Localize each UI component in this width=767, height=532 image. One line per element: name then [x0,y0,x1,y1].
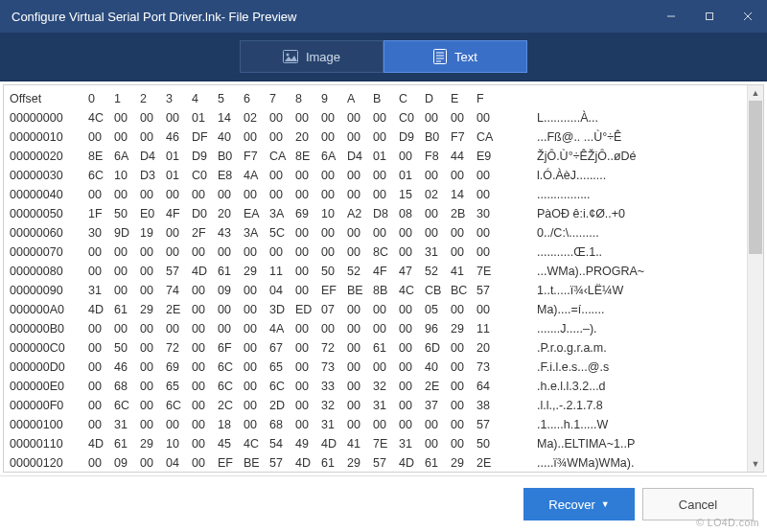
hex-row: 000000C000500072006F006700720061006D0020… [10,338,763,358]
hex-cell: 5 [218,89,244,108]
hex-cell: 00 [399,377,425,396]
hex-cell: 00 [373,108,399,127]
tab-text[interactable]: Text [384,40,527,73]
hex-cell: D [425,89,451,108]
hex-cell: 00 [140,319,166,338]
hex-cell: F7 [451,127,476,147]
hex-cell: 00 [347,319,373,338]
ascii-cell: ŽjÔ.Ù°÷ÊŽjÔ..øDé [508,147,637,166]
hex-cell: 09 [218,281,244,300]
scroll-thumb[interactable] [749,101,762,254]
hex-cell: 00 [476,108,502,127]
hex-cells: 00000000000000000000000015021400 [88,185,508,204]
hex-cell: 57 [166,262,192,281]
close-button[interactable] [729,0,767,33]
hex-cell: D9 [399,127,425,147]
hex-cell: 00 [140,262,166,281]
recover-label: Recover [548,497,594,512]
hex-cell: 29 [140,300,166,319]
hex-cell: 20 [295,127,321,147]
hex-row: 000000F0006C006C002C002D0032003100370038… [10,396,763,415]
hex-row: 000000A04D61292E0000003DED07000000050000… [10,300,763,319]
ascii-cell: .1.....h.1.....W [508,415,608,434]
hex-cell: D4 [347,147,373,166]
hex-cell: 00 [373,300,399,319]
hex-cell: 0 [88,89,114,108]
hex-cell: 00 [88,415,114,434]
hex-row: 0000007000000000000000000000008C00310000… [10,243,763,262]
hex-cells: 00680065006C006C00330032002E0064 [88,377,508,396]
hex-cell: 00 [88,127,114,147]
scroll-down-arrow[interactable]: ▼ [748,456,763,472]
hex-cells: 00500072006F006700720061006D0020 [88,338,508,358]
hex-cell: A2 [347,204,373,223]
hex-cell: 00 [321,243,347,262]
ascii-cell: .l.l.,.-.2.1.7.8 [508,396,603,415]
hex-cell: 00 [192,377,218,396]
hex-cell: 00 [114,281,140,300]
hex-cell: 00 [218,300,244,319]
hex-cell: F [476,89,502,108]
hex-cell: 00 [295,108,321,127]
ascii-cell: .F.i.l.e.s...@.s [508,358,609,377]
hex-cell: 00 [269,185,295,204]
maximize-button[interactable] [690,0,729,33]
minimize-button[interactable] [652,0,690,33]
ascii-cell: ...Fß@.. ...Ù°÷Ê [508,127,621,147]
hex-cell: 00 [192,281,218,300]
hex-cell: 6F [218,338,244,358]
hex-row: 0000010000310000001800680031000000000057… [10,415,763,434]
hex-cell: 00 [218,319,244,338]
offset-cell: 00000100 [10,415,88,434]
hex-cell: C0 [192,166,218,185]
hex-header-row: Offset0123456789ABCDEF [10,89,763,108]
hex-cell: 3A [269,204,295,223]
hex-row: 0000004000000000000000000000000015021400… [10,185,763,204]
titlebar[interactable]: Configure Virtual Serial Port Driver.lnk… [0,0,767,33]
hex-cell: 00 [244,127,269,147]
hex-cell: 00 [88,262,114,281]
hex-cell: 00 [451,338,476,358]
hex-cell: 00 [451,243,476,262]
hex-cell: 4C [399,281,425,300]
hex-cell: 37 [425,396,451,415]
ascii-cell: .h.e.l.l.3.2...d [508,377,606,396]
offset-cell: 00000000 [10,108,88,127]
hex-preview-pane: Offset0123456789ABCDEF000000004C00000001… [3,84,764,473]
hex-cell: 2D [269,396,295,415]
hex-cell: 7E [373,434,399,453]
hex-cell: 41 [347,434,373,453]
hex-cell: 00 [399,319,425,338]
hex-cell: 2E [425,377,451,396]
scroll-up-arrow[interactable]: ▲ [748,85,763,101]
offset-cell: 00000020 [10,147,88,166]
hex-cell: 3D [269,300,295,319]
offset-cell: 00000030 [10,166,88,185]
hex-cell: 00 [425,434,451,453]
hex-cell: 01 [166,166,192,185]
hex-cell: 10 [114,166,140,185]
hex-cell: 00 [295,396,321,415]
hex-cell: 00 [114,262,140,281]
hex-cell: 00 [451,358,476,377]
hex-cell: 69 [295,204,321,223]
vertical-scrollbar[interactable]: ▲ ▼ [747,85,763,472]
hex-cell: 01 [373,147,399,166]
hex-cell: 4D [88,300,114,319]
hex-cell: 00 [269,243,295,262]
hex-cell: 00 [373,166,399,185]
hex-cell: 11 [476,319,502,338]
hex-cell: 01 [399,166,425,185]
recover-button[interactable]: Recover ▼ [523,488,635,520]
hex-cell: 00 [192,415,218,434]
hex-cell: 00 [88,243,114,262]
hex-cell: 00 [295,319,321,338]
hex-cell: 29 [347,453,373,473]
hex-cell: 00 [114,108,140,127]
tab-text-label: Text [454,50,477,64]
cancel-button[interactable]: Cancel [642,488,754,520]
hex-cell: 00 [244,338,269,358]
hex-cell: 30 [88,223,114,243]
hex-cell: 00 [114,127,140,147]
tab-image[interactable]: Image [240,40,384,73]
